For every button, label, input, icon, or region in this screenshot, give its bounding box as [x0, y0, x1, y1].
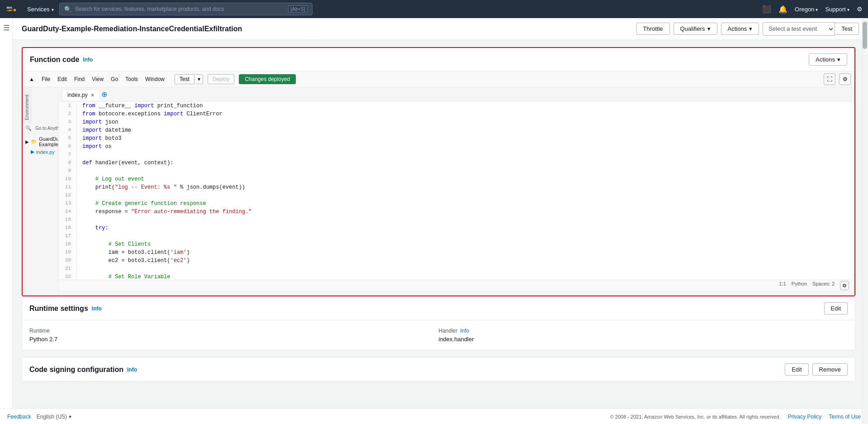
tab-add-button[interactable]: ⊕: [100, 90, 109, 99]
function-code-card: Function code Info Actions ▾ ▲: [22, 47, 855, 296]
copyright-text: © 2008 - 2021, Amazon Web Services, Inc.…: [610, 414, 781, 419]
table-row: 14 response = "Error auto-remediating th…: [59, 208, 854, 216]
line-number: 5: [59, 134, 77, 143]
fullscreen-button[interactable]: ⛶: [824, 73, 835, 85]
sidebar-toggle-button[interactable]: ☰: [1, 22, 11, 34]
page-footer: Feedback English (US) ▾ © 2008 - 2021, A…: [0, 409, 868, 424]
header-actions-chevron-icon: ▾: [749, 25, 752, 32]
editor-body: Environment 🔍 Go to Anything (Ctrl-P): [23, 87, 854, 295]
runtime-label: Runtime: [29, 328, 439, 334]
throttle-button[interactable]: Throttle: [636, 23, 670, 35]
line-number: 19: [59, 248, 77, 257]
menu-edit-button[interactable]: Edit: [55, 75, 70, 84]
table-row: 18 # Set Clients: [59, 240, 854, 248]
function-code-info-link[interactable]: Info: [83, 57, 93, 63]
line-number: 15: [59, 216, 77, 224]
editor-test-dropdown[interactable]: ▾: [195, 74, 203, 84]
table-row: 7: [59, 151, 854, 159]
editor-settings-button[interactable]: ⚙: [839, 73, 851, 85]
table-row: 3import json: [59, 118, 854, 126]
cursor-position: 1:1: [779, 281, 786, 290]
handler-info-link[interactable]: Info: [460, 328, 470, 334]
line-content: # Create generic function response: [77, 200, 206, 208]
environment-label: Environment: [23, 87, 32, 124]
editor-scrollbar-h[interactable]: [59, 291, 854, 295]
language-selector[interactable]: English (US) ▾: [37, 414, 71, 420]
page-title: GuardDuty-Example-Remediation-InstanceCr…: [22, 25, 636, 33]
line-content: iam = boto3.client('iam'): [77, 248, 190, 257]
privacy-policy-link[interactable]: Privacy Policy: [788, 414, 822, 420]
menu-file-button[interactable]: File: [39, 75, 53, 84]
region-selector[interactable]: Oregon: [795, 6, 818, 13]
runtime-settings-info-link[interactable]: Info: [92, 305, 102, 312]
menu-view-button[interactable]: View: [89, 75, 106, 84]
menu-find-button[interactable]: Find: [71, 75, 87, 84]
menu-go-button[interactable]: Go: [108, 75, 121, 84]
line-number: 12: [59, 191, 77, 200]
table-row: 16 try:: [59, 224, 854, 232]
editor-test-button[interactable]: Test: [175, 74, 194, 84]
line-content: [77, 216, 82, 224]
line-content: import os: [77, 143, 112, 151]
runtime-edit-button[interactable]: Edit: [824, 302, 848, 314]
line-number: 17: [59, 232, 77, 240]
notifications-icon[interactable]: 🔔: [778, 5, 787, 14]
table-row: 6import os: [59, 143, 854, 151]
line-number: 4: [59, 126, 77, 134]
code-signing-edit-button[interactable]: Edit: [785, 363, 808, 376]
menu-tools-button[interactable]: Tools: [123, 75, 141, 84]
environment-tab[interactable]: Environment: [24, 91, 30, 124]
support-chevron-icon: [847, 6, 849, 13]
header-actions-button[interactable]: Actions ▾: [721, 23, 759, 35]
top-navigation: aws Services 🔍 Search for services, feat…: [0, 0, 868, 18]
file-index-py[interactable]: ▶ index.py: [23, 148, 58, 156]
test-button[interactable]: Test: [835, 23, 859, 35]
code-editor-area: index.py ✕ ⊕ 1from __future__ import pri…: [59, 87, 854, 295]
handler-label: Handler: [439, 328, 458, 334]
terms-of-use-link[interactable]: Terms of Use: [829, 414, 861, 420]
svg-text:aws: aws: [6, 6, 12, 9]
function-code-actions-button[interactable]: Actions ▾: [809, 53, 847, 66]
settings-icon[interactable]: ⚙: [857, 5, 863, 13]
qualifiers-button[interactable]: Qualifiers ▾: [674, 23, 717, 35]
line-content: # Set Role Variable: [77, 273, 170, 280]
line-number: 21: [59, 265, 77, 273]
cloudshell-icon[interactable]: ⬛: [762, 5, 771, 14]
code-signing-info-link[interactable]: Info: [127, 367, 137, 373]
language-label: Python: [792, 281, 807, 290]
menu-window-button[interactable]: Window: [142, 75, 167, 84]
line-content: from __future__ import print_function: [77, 102, 203, 110]
collapse-sidebar-button[interactable]: ▲: [26, 75, 37, 84]
editor-tab-index-py[interactable]: index.py ✕: [62, 90, 100, 100]
code-signing-remove-button[interactable]: Remove: [812, 363, 848, 376]
region-chevron-icon: [816, 6, 818, 13]
folder-arrow-icon: ▶: [25, 139, 29, 144]
services-chevron-icon: [52, 6, 54, 13]
sidebar-toggle-panel: ☰: [0, 18, 13, 409]
line-content: import json: [77, 118, 118, 126]
file-tree: ▶ 📁 GuardDuty-Example ⚙ ▶ index.py: [23, 133, 58, 157]
table-row: 9: [59, 167, 854, 175]
file-tree-panel: 🔍 Go to Anything (Ctrl-P) ▶ 📁 GuardDuty-…: [23, 124, 58, 295]
table-row: 12: [59, 191, 854, 200]
runtime-settings-header: Runtime settings Info Edit: [22, 297, 855, 320]
code-signing-card: Code signing configuration Info Edit Rem…: [22, 357, 855, 382]
support-menu[interactable]: Support: [825, 6, 849, 13]
code-settings-button[interactable]: ⚙: [840, 281, 849, 290]
test-event-select[interactable]: Select a test event: [763, 22, 835, 36]
lambda-actions-bar: Throttle Qualifiers ▾ Actions ▾ Select a…: [636, 22, 859, 36]
search-icon: 🔍: [64, 6, 71, 13]
tab-close-button[interactable]: ✕: [90, 92, 95, 98]
aws-logo[interactable]: aws: [5, 4, 22, 15]
line-content: def handler(event, context):: [77, 159, 174, 167]
line-number: 13: [59, 200, 77, 208]
feedback-link[interactable]: Feedback: [7, 414, 31, 420]
line-number: 18: [59, 240, 77, 248]
line-content: [77, 232, 82, 240]
deploy-button[interactable]: Deploy: [208, 74, 234, 84]
global-search-bar[interactable]: 🔍 Search for services, features, marketp…: [59, 3, 313, 15]
services-menu-button[interactable]: Services: [27, 6, 54, 13]
tab-filename: index.py: [67, 92, 88, 98]
folder-guardduty[interactable]: ▶ 📁 GuardDuty-Example ⚙: [23, 135, 58, 148]
function-code-header: Function code Info Actions ▾: [23, 48, 854, 71]
